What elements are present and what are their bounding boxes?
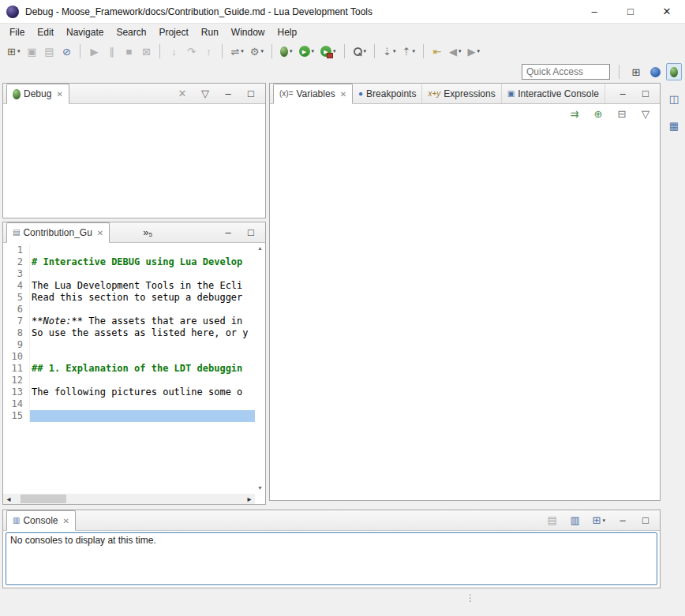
editor-line-12[interactable]: 12 <box>3 375 255 386</box>
maximize-button[interactable]: □ <box>638 87 653 101</box>
step-over-button[interactable]: ↷ <box>183 43 199 60</box>
step-return-button[interactable]: ↑ <box>200 43 216 60</box>
menu-item[interactable]: File <box>3 24 31 40</box>
splitter-handle[interactable]: ⋮ <box>466 593 475 603</box>
search-button[interactable]: ▾ <box>350 43 369 60</box>
tab-contribution-guide[interactable]: ▤Contribution_Gu✕ <box>6 222 110 243</box>
previous-annotation-button[interactable]: ⇡▾ <box>400 43 417 60</box>
view-menu-button[interactable]: ▽ <box>197 87 213 101</box>
run-button[interactable]: ▶▾ <box>297 43 317 60</box>
collapse-all-button[interactable]: ⊟ <box>614 105 630 122</box>
editor-line-6[interactable]: 6 <box>3 304 255 315</box>
scroll-left-icon[interactable]: ◂ <box>3 494 14 504</box>
dropdown-arrow-icon[interactable]: ▾ <box>393 48 396 54</box>
dropdown-arrow-icon[interactable]: ▾ <box>261 48 264 54</box>
tab-interactive-console[interactable]: ▣Interactive Console <box>502 84 605 103</box>
editor-line-14[interactable]: 14 <box>3 398 255 410</box>
dropdown-arrow-icon[interactable]: ▾ <box>290 48 293 54</box>
step-into-button[interactable]: ↓ <box>166 43 182 60</box>
editor-line-1[interactable]: 1 <box>3 245 255 256</box>
show-type-names-button[interactable]: ⇉ <box>567 105 582 122</box>
disconnect-button[interactable]: ⊠ <box>138 43 154 60</box>
skip-all-breakpoints-button[interactable]: ⊘ <box>58 43 74 60</box>
scroll-right-icon[interactable]: ▸ <box>244 494 255 504</box>
editor-line-2[interactable]: 2# Interactive DEBUG using Lua Develop <box>3 256 255 268</box>
dropdown-arrow-icon[interactable]: ▾ <box>459 48 462 54</box>
dropdown-arrow-icon[interactable]: ▾ <box>364 48 367 54</box>
resume-button[interactable]: ▶ <box>86 43 102 60</box>
remove-all-terminated-button[interactable]: ✕ <box>174 87 190 101</box>
new-wizard-button[interactable]: ⊞▾ <box>5 43 22 60</box>
editor-line-10[interactable]: 10 <box>3 351 255 363</box>
editor-hscrollbar[interactable]: ◂ ▸ <box>3 494 255 504</box>
maximize-button[interactable]: □ <box>243 226 259 240</box>
dropdown-arrow-icon[interactable]: ▾ <box>333 48 336 54</box>
external-tools-button[interactable]: ▶▾ <box>318 43 339 60</box>
dropdown-arrow-icon[interactable]: ▾ <box>241 48 244 54</box>
menu-item[interactable]: Project <box>152 24 194 40</box>
open-console-button[interactable]: ⊞▾ <box>590 513 608 528</box>
dropdown-arrow-icon[interactable]: ▾ <box>602 517 605 524</box>
step-filters-button[interactable]: ⇌▾ <box>228 43 245 60</box>
save-button[interactable]: ▣ <box>24 43 39 60</box>
minimize-button[interactable]: – <box>220 226 236 240</box>
debug-button[interactable]: ▾ <box>278 43 295 60</box>
dropdown-arrow-icon[interactable]: ▾ <box>412 48 415 54</box>
editor-line-8[interactable]: 8So use the assets as listed here, or y <box>3 327 255 339</box>
pin-console-button[interactable]: ▤ <box>545 513 560 528</box>
editor-lines[interactable]: 12# Interactive DEBUG using Lua Develop3… <box>3 245 255 494</box>
print-button[interactable]: ▤ <box>41 43 57 60</box>
open-perspective-button[interactable]: ⊞ <box>628 63 644 80</box>
last-edit-location-button[interactable]: ⇤ <box>429 43 445 60</box>
close-tab-icon[interactable]: ✕ <box>56 90 62 99</box>
editor-line-5[interactable]: 5Read this section to setup a debugger <box>3 292 255 304</box>
dropdown-arrow-icon[interactable]: ▾ <box>477 48 480 54</box>
editor-line-15[interactable]: 15 <box>3 410 255 422</box>
ldt-perspective-button[interactable] <box>647 63 663 80</box>
view-menu-button[interactable]: ▽ <box>638 105 653 122</box>
editor-line-7[interactable]: 7**Note:** The assets that are used in <box>3 315 255 327</box>
tab-expressions[interactable]: x+yExpressions <box>422 84 501 103</box>
forward-button[interactable]: ▶▾ <box>465 43 482 60</box>
minimize-button[interactable]: – <box>576 0 612 23</box>
scroll-down-icon[interactable]: ▾ <box>258 485 261 491</box>
tab-variables[interactable]: (x)=Variables✕ <box>273 84 353 104</box>
dropdown-arrow-icon[interactable]: ▾ <box>17 48 21 54</box>
editor-vscrollbar[interactable]: ▴ ▾ <box>255 243 265 494</box>
maximize-button[interactable]: □ <box>243 87 259 101</box>
maximize-button[interactable]: □ <box>638 513 653 528</box>
editor-line-3[interactable]: 3 <box>3 268 255 280</box>
quick-access-input[interactable] <box>522 64 610 80</box>
close-tab-icon[interactable]: ✕ <box>97 229 103 237</box>
editor-line-4[interactable]: 4The Lua Development Tools in the Ecli <box>3 280 255 292</box>
tab-breakpoints[interactable]: ●Breakpoints <box>353 84 422 103</box>
restore-view-button[interactable]: ◫ <box>666 90 682 107</box>
back-button[interactable]: ◀▾ <box>447 43 464 60</box>
minimize-button[interactable]: – <box>220 87 236 101</box>
tab-debug[interactable]: Debug✕ <box>6 84 69 104</box>
menu-item[interactable]: Edit <box>31 24 60 40</box>
breakpoint-types-button[interactable]: ⚙▾ <box>248 43 266 60</box>
suspend-button[interactable]: ∥ <box>103 43 119 60</box>
menu-item[interactable]: Search <box>110 24 152 40</box>
minimize-button[interactable]: – <box>615 87 631 101</box>
editor-line-13[interactable]: 13The following pictures outline some o <box>3 386 255 398</box>
tab-console[interactable]: ▥Console✕ <box>6 510 76 531</box>
editor-line-11[interactable]: 11## 1. Explanation of the LDT debuggin <box>3 363 255 375</box>
debug-perspective-button[interactable] <box>666 63 682 80</box>
editor-tab-overflow[interactable]: »5 <box>143 226 152 238</box>
menu-item[interactable]: Navigate <box>60 24 110 40</box>
minimized-view-button[interactable]: ▦ <box>666 117 682 134</box>
maximize-button[interactable]: □ <box>612 0 649 23</box>
dropdown-arrow-icon[interactable]: ▾ <box>312 48 315 54</box>
close-tab-icon[interactable]: ✕ <box>340 90 346 99</box>
menu-item[interactable]: Run <box>195 24 225 40</box>
close-tab-icon[interactable]: ✕ <box>62 517 69 525</box>
minimize-button[interactable]: – <box>615 513 631 528</box>
display-console-button[interactable]: ▥ <box>567 513 583 528</box>
console-content[interactable]: No consoles to display at this time. <box>6 532 657 585</box>
next-annotation-button[interactable]: ⇣▾ <box>380 43 398 60</box>
scrollbar-track[interactable] <box>14 494 244 504</box>
show-logical-structure-button[interactable]: ⊕ <box>590 105 606 122</box>
scrollbar-thumb[interactable] <box>21 495 66 503</box>
